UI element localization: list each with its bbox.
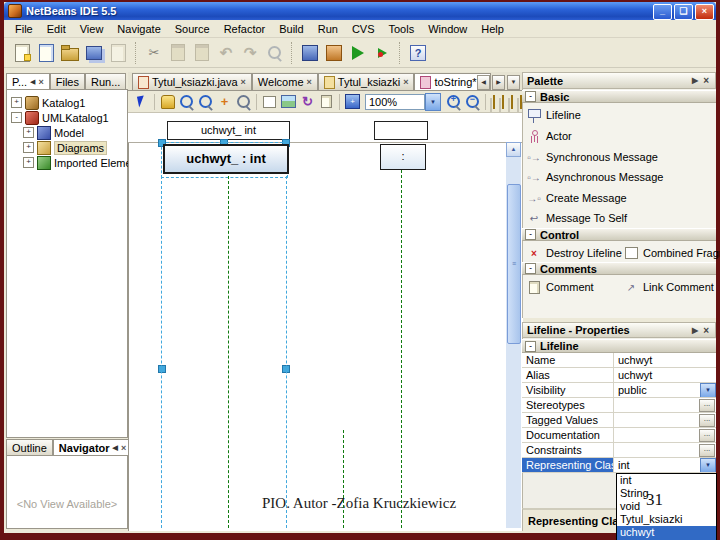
palette-item-lifeline[interactable]: Lifeline — [522, 106, 720, 124]
tree-item-umlkatalog1[interactable]: - UMLKatalog1 — [11, 110, 127, 125]
debug-project-icon[interactable] — [372, 43, 392, 63]
dropdown-option-tytul-ksiazki[interactable]: Tytul_ksiazki — [617, 513, 716, 526]
ellipsis-button[interactable]: ... — [699, 414, 715, 427]
dropdown-option-void[interactable]: void — [617, 500, 716, 513]
close-tab-icon[interactable]: × — [38, 77, 43, 87]
property-row-documentation[interactable]: Documentation ... — [522, 428, 716, 443]
property-row-representing-classifier[interactable]: Representing Classifier int▼ — [522, 458, 716, 473]
palette-item-combined-fragment[interactable]: Combined Fragment — [619, 244, 716, 262]
export-image-icon[interactable] — [280, 93, 297, 110]
property-row-constraints[interactable]: Constraints ... — [522, 443, 716, 458]
palette-item-actor[interactable]: Actor — [522, 127, 720, 145]
collapse-icon[interactable]: - — [11, 112, 22, 123]
tab-tytul-ksiazki-diagram[interactable]: Tytul_ksiazki × — [318, 73, 415, 90]
menu-build[interactable]: Build — [272, 21, 310, 37]
menu-edit[interactable]: Edit — [40, 21, 73, 37]
menu-help[interactable]: Help — [474, 21, 511, 37]
tab-welcome[interactable]: Welcome × — [252, 73, 318, 90]
palette-item-message-to-self[interactable]: ↩ Message To Self — [522, 209, 720, 227]
open-project-icon[interactable] — [84, 43, 104, 63]
new-file-icon[interactable] — [12, 43, 32, 63]
menu-window[interactable]: Window — [421, 21, 474, 37]
new-project-icon[interactable] — [36, 43, 56, 63]
dropdown-icon[interactable]: ▼ — [700, 458, 716, 472]
menu-view[interactable]: View — [73, 21, 111, 37]
property-row-stereotypes[interactable]: Stereotypes ... — [522, 398, 716, 413]
overview-icon[interactable] — [235, 93, 252, 110]
collapse-icon[interactable]: - — [525, 91, 536, 102]
palette-item-create-message[interactable]: →▫ Create Message — [522, 189, 720, 207]
menu-run[interactable]: Run — [311, 21, 345, 37]
lifeline-box-main[interactable]: uchwyt_ : int — [163, 144, 289, 174]
expand-icon[interactable]: + — [11, 97, 22, 108]
property-value[interactable]: ... — [614, 428, 716, 442]
palette-section-basic[interactable]: - Basic — [522, 90, 716, 103]
close-tab-icon[interactable]: × — [403, 77, 408, 87]
property-row-name[interactable]: Name uchwyt — [522, 353, 716, 368]
zoom-combo[interactable]: 100% ▼ — [365, 94, 441, 110]
layout-tool-icon[interactable] — [511, 95, 513, 109]
property-value[interactable]: uchwyt — [614, 353, 716, 367]
close-palette-icon[interactable]: × — [701, 75, 711, 86]
close-button[interactable]: × — [695, 4, 714, 20]
ellipsis-button[interactable]: ... — [699, 444, 715, 457]
palette-section-comments[interactable]: - Comments — [522, 262, 716, 275]
clean-build-icon[interactable] — [324, 43, 344, 63]
undock-icon[interactable]: ▶ — [689, 326, 701, 335]
collapse-icon[interactable]: - — [525, 341, 536, 352]
chevron-left-icon[interactable]: ◀ — [30, 78, 35, 86]
palette-item-link-comment[interactable]: ↗ Link Comment — [619, 278, 716, 296]
property-value[interactable]: public▼ — [614, 383, 716, 397]
menu-navigate[interactable]: Navigate — [110, 21, 167, 37]
property-value[interactable]: ... — [614, 398, 716, 412]
tab-files[interactable]: Files — [50, 73, 85, 90]
menu-source[interactable]: Source — [168, 21, 217, 37]
property-value[interactable]: ... — [614, 443, 716, 457]
generate-code-icon[interactable] — [318, 93, 335, 110]
undo-icon[interactable]: ↶ — [216, 43, 236, 63]
properties-header[interactable]: Lifeline - Properties ▶ × — [522, 322, 716, 338]
tree-item-katalog1[interactable]: + Katalog1 — [11, 95, 127, 110]
run-project-icon[interactable] — [348, 43, 368, 63]
lifeline-box-second[interactable]: : — [380, 144, 426, 170]
palette-header[interactable]: Palette ▶ × — [522, 72, 716, 89]
paste-icon[interactable] — [192, 43, 212, 63]
palette-item-destroy-lifeline[interactable]: × Destroy Lifeline — [522, 244, 619, 262]
layout-tool-icon[interactable] — [493, 95, 495, 109]
dropdown-option-string[interactable]: String — [617, 487, 716, 500]
expand-icon[interactable]: + — [23, 157, 34, 168]
menu-file[interactable]: File — [8, 21, 40, 37]
open-file-icon[interactable] — [60, 43, 80, 63]
collapse-icon[interactable]: - — [525, 263, 536, 274]
pan-tool-icon[interactable] — [159, 93, 176, 110]
property-value[interactable]: ... — [614, 413, 716, 427]
tab-outline[interactable]: Outline — [6, 439, 53, 456]
redo-icon[interactable]: ↷ — [240, 43, 260, 63]
lifeline-name-editor[interactable]: uchwyt_ int — [167, 121, 290, 140]
tab-navigator[interactable]: Navigator ◀ × — [53, 439, 132, 456]
find-icon[interactable] — [264, 43, 284, 63]
fit-to-window-icon[interactable]: + — [344, 93, 361, 110]
tab-projects[interactable]: P... ◀ × — [6, 73, 50, 90]
property-value[interactable]: uchwyt — [614, 368, 716, 382]
canvas-scrollbar[interactable]: ▲ ≡ — [506, 142, 521, 528]
undock-icon[interactable]: ▶ — [689, 76, 701, 85]
property-value-combo[interactable]: int▼ — [614, 458, 716, 472]
show-overview-window-icon[interactable] — [261, 93, 278, 110]
minimize-button[interactable]: _ — [653, 4, 672, 20]
lifeline-name-editor-empty[interactable] — [374, 121, 428, 140]
scroll-tabs-left-icon[interactable]: ◀ — [477, 75, 490, 90]
palette-item-async-message[interactable]: ▫→ Asynchronous Message — [522, 168, 720, 186]
sync-diagram-icon[interactable]: ↻ — [299, 93, 316, 110]
zoom-interactive-icon[interactable] — [197, 93, 214, 110]
property-row-visibility[interactable]: Visibility public▼ — [522, 383, 716, 398]
tab-tytul-ksiazki-java[interactable]: Tytul_ksiazki.java × — [132, 73, 252, 90]
move-tool-icon[interactable]: + — [216, 93, 233, 110]
help-icon[interactable]: ? — [408, 43, 428, 63]
zoom-value[interactable]: 100% — [365, 94, 425, 110]
scroll-tabs-right-icon[interactable]: ▶ — [492, 75, 505, 90]
zoom-area-icon[interactable] — [178, 93, 195, 110]
zoom-in-icon[interactable]: + — [445, 93, 462, 110]
menu-tools[interactable]: Tools — [382, 21, 422, 37]
selection-handle[interactable] — [158, 365, 166, 373]
